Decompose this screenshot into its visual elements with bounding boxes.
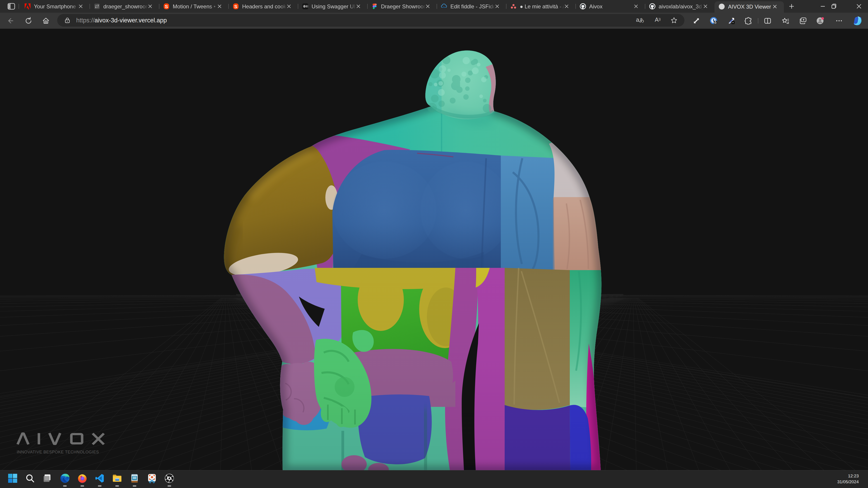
svg-text:S: S bbox=[234, 4, 238, 9]
svg-text:S: S bbox=[165, 4, 168, 9]
